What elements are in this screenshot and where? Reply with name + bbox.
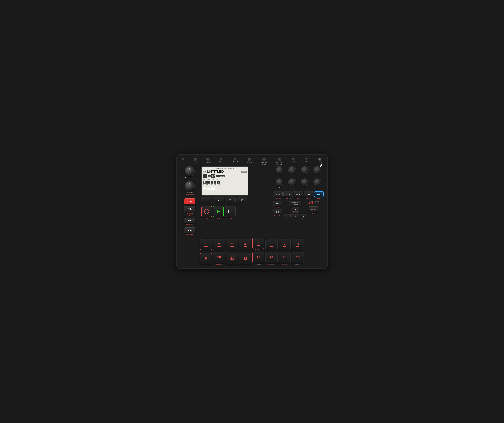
- step-9-button[interactable]: 9 ·······: [200, 253, 212, 264]
- top-connectors-row: 🎧 Left Right Input L Input R MIDI In MID…: [180, 158, 324, 165]
- page-3-dot: [314, 203, 316, 204]
- power-jack: [318, 158, 321, 161]
- bank-button[interactable]: BANK: [184, 227, 195, 233]
- step-3-dash: [230, 246, 234, 247]
- step-2-button[interactable]: 2: [213, 239, 225, 250]
- step-8-dots: ·······:: [296, 248, 300, 250]
- trig-button[interactable]: TRIG: [273, 191, 282, 197]
- level-data-label: Level/Data: [186, 192, 193, 194]
- step-12-button[interactable]: 12 ·······:: [239, 253, 251, 264]
- step-5-button[interactable]: 5: [252, 238, 264, 249]
- knob-h-label: H: [317, 187, 318, 189]
- step-11-button[interactable]: 11: [226, 253, 238, 264]
- page-button[interactable]: PAGE: [309, 206, 319, 212]
- syn-button[interactable]: SYN: [283, 191, 293, 197]
- step-13-button[interactable]: 13: [252, 252, 264, 263]
- amp-button[interactable]: AMP: [304, 191, 313, 197]
- save-proj-button[interactable]: ⚙: [213, 197, 224, 203]
- page-3-label: 3:4: [314, 201, 316, 202]
- step-13-num: 13: [257, 255, 260, 259]
- tap-tempo-button[interactable]: ☞: [237, 197, 247, 203]
- main-volume-knob[interactable]: [185, 166, 195, 176]
- mute-mode-label: Mute Mode: [186, 234, 193, 235]
- clear-button[interactable]: [213, 206, 224, 217]
- lev-display: ▐: [203, 181, 206, 184]
- trk-group: TRK Keyboard: [184, 206, 195, 216]
- knob-b-label: B: [291, 174, 293, 176]
- step-8-num: 8: [297, 242, 299, 246]
- midi-in-label: MIDI In: [247, 161, 252, 163]
- knob-b[interactable]: [288, 166, 296, 174]
- lfo-button[interactable]: LFO: [314, 191, 324, 197]
- routing-btn-group: FX Routing: [225, 197, 235, 205]
- right-jack: [206, 158, 210, 161]
- knob-e-label: E: [279, 187, 280, 189]
- step-12-num: 12: [243, 256, 247, 260]
- project-name: UNTITLED: [207, 170, 224, 173]
- save-proj-label: Save Proj: [216, 203, 222, 205]
- fltr-btn-group: FLTR Delay: [294, 191, 303, 199]
- ptn-button[interactable]: PTN: [184, 218, 195, 223]
- knob-c[interactable]: [301, 166, 309, 174]
- step-10-dash: [217, 260, 221, 260]
- step-9-dots: ·······: [204, 262, 208, 264]
- no-button[interactable]: NO: [273, 209, 282, 215]
- delay-label: Delay: [297, 198, 300, 199]
- knob-a-label: A: [279, 174, 280, 176]
- up-button[interactable]: ∧: [291, 207, 299, 212]
- syntakt-device: 🎧 Left Right Input L Input R MIDI In MID…: [176, 154, 328, 269]
- input-r-label: Input R: [233, 161, 238, 162]
- knob-d[interactable]: [313, 166, 321, 174]
- step-16-button[interactable]: 16: [292, 252, 304, 263]
- routing-icon: FX: [229, 199, 231, 201]
- fltr-button[interactable]: FLTR: [294, 191, 303, 197]
- down-button[interactable]: ∨: [291, 214, 299, 218]
- right-nav-button[interactable]: ›: [300, 214, 307, 218]
- paste-button[interactable]: [225, 206, 235, 217]
- step-14-dash: [270, 260, 273, 260]
- yes-button[interactable]: YES: [273, 201, 282, 206]
- step-1-dash: [204, 246, 208, 247]
- knob-a[interactable]: [276, 166, 283, 174]
- modifier-button[interactable]: ∧ Modifier∨ Setup: [289, 201, 301, 206]
- main-volume-label: Main Volume: [185, 177, 194, 179]
- step-1-button[interactable]: 1 ·······: [200, 239, 212, 250]
- step-12-dots: ·······:: [243, 262, 247, 264]
- step-8-button[interactable]: 8 ·······:: [292, 239, 304, 250]
- step-10-num: 10: [217, 255, 221, 259]
- knob-f[interactable]: [288, 179, 296, 186]
- trk-button[interactable]: TRK: [184, 206, 195, 212]
- knob-h[interactable]: [313, 179, 321, 186]
- usb-label: USB: [292, 161, 295, 162]
- step-14-num: 14: [270, 255, 273, 259]
- step-10-button[interactable]: 10: [213, 252, 225, 263]
- trk-indicator: [189, 215, 190, 216]
- step-7-num: 7: [284, 242, 285, 246]
- step-7-button[interactable]: 7: [279, 239, 291, 250]
- func-button[interactable]: FUNC: [184, 198, 195, 204]
- step-13-sublabel: M1/Retrig: [256, 264, 261, 265]
- left-nav-button[interactable]: ‹: [283, 214, 291, 218]
- step-15-dash: [283, 260, 286, 260]
- main-display: 12 Track Drum Computer & Synthesizer A09…: [201, 166, 248, 196]
- step-3-button[interactable]: 3: [226, 239, 238, 250]
- step-15-button[interactable]: 15: [279, 252, 291, 263]
- midi-out-label: MIDI OutSync A: [261, 161, 267, 165]
- step-14-button[interactable]: 14: [265, 252, 277, 263]
- routing-button[interactable]: FX: [225, 197, 235, 203]
- knob-e[interactable]: [276, 179, 283, 186]
- project-label: A09: [203, 171, 206, 173]
- level-data-knob[interactable]: [185, 181, 195, 191]
- step-4-button[interactable]: 4: [239, 239, 251, 250]
- sound-button[interactable]: ···: [201, 197, 212, 203]
- fill-scale-label: Fill/Scale: [311, 213, 316, 214]
- knob-g[interactable]: [301, 179, 309, 186]
- right-label: Right: [206, 161, 210, 163]
- step-6-button[interactable]: 6: [265, 239, 277, 250]
- left-label: Left: [194, 161, 197, 163]
- clear-btn-group: Clear: [213, 206, 224, 219]
- sound-browser-label: Sound Browser: [185, 194, 194, 195]
- step-10-sublabel: Analog/Mute: [216, 264, 222, 265]
- copy-button[interactable]: [201, 206, 212, 217]
- connector-right: Right: [206, 158, 210, 163]
